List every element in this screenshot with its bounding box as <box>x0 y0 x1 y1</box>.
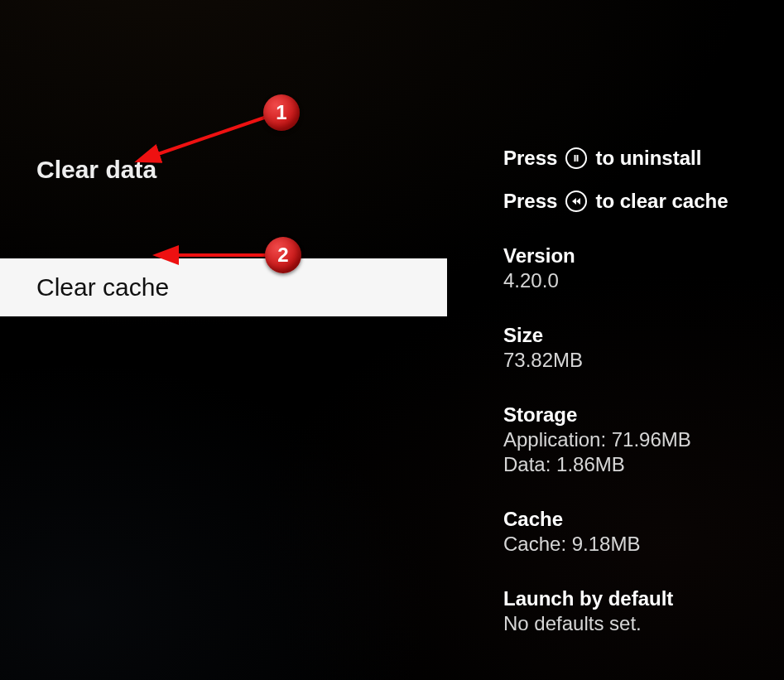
version-title: Version <box>503 244 768 268</box>
size-value: 73.82MB <box>503 349 768 372</box>
app-details-panel: Press to uninstall Press to clear cache … <box>503 147 768 635</box>
menu-item-clear-cache[interactable]: Clear cache <box>0 258 447 316</box>
svg-rect-0 <box>575 155 576 162</box>
storage-data-value: Data: 1.86MB <box>503 453 768 476</box>
hint-clear-cache-label: to clear cache <box>595 190 728 213</box>
storage-title: Storage <box>503 403 768 427</box>
annotation-badge-1: 1 <box>263 94 300 131</box>
cache-section: Cache Cache: 9.18MB <box>503 508 768 556</box>
svg-marker-2 <box>572 198 576 205</box>
svg-marker-3 <box>576 198 580 205</box>
annotation-badge-label: 2 <box>277 244 288 267</box>
version-section: Version 4.20.0 <box>503 244 768 292</box>
menu-button-icon <box>565 147 587 169</box>
version-value: 4.20.0 <box>503 269 768 292</box>
hint-uninstall: Press to uninstall <box>503 147 768 170</box>
hint-press-label: Press <box>503 147 557 170</box>
hint-press-label: Press <box>503 190 557 213</box>
storage-section: Storage Application: 71.96MB Data: 1.86M… <box>503 403 768 476</box>
app-actions-menu: Clear data Clear cache <box>0 141 447 316</box>
size-section: Size 73.82MB <box>503 324 768 372</box>
hint-clear-cache: Press to clear cache <box>503 190 768 213</box>
annotation-badge-label: 1 <box>276 101 286 124</box>
launch-title: Launch by default <box>503 587 768 610</box>
size-title: Size <box>503 324 768 347</box>
storage-application-value: Application: 71.96MB <box>503 428 768 451</box>
launch-value: No defaults set. <box>503 612 768 635</box>
hint-uninstall-label: to uninstall <box>595 147 701 170</box>
menu-item-clear-data[interactable]: Clear data <box>0 141 447 199</box>
rewind-button-icon <box>565 190 587 212</box>
svg-rect-1 <box>577 155 579 162</box>
cache-title: Cache <box>503 508 768 531</box>
annotation-badge-2: 2 <box>265 237 301 273</box>
cache-value: Cache: 9.18MB <box>503 533 768 556</box>
launch-by-default-section: Launch by default No defaults set. <box>503 587 768 635</box>
menu-item-label: Clear cache <box>36 273 169 301</box>
menu-item-label: Clear data <box>36 156 156 183</box>
